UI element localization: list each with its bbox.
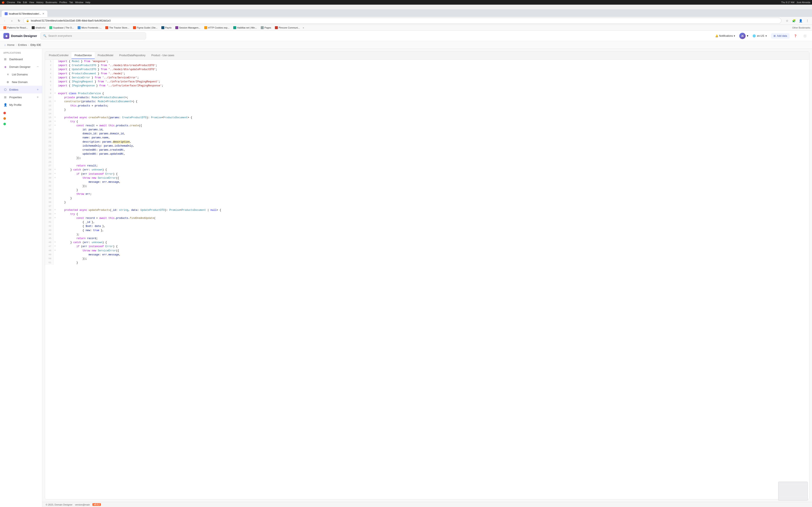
add-entity-button[interactable]: +	[37, 88, 39, 92]
entities-icon: ⬡	[3, 88, 7, 92]
tab-title: localhost:5173/entities/coder/...	[9, 12, 41, 15]
sidebar-item-domain-designer[interactable]: ◈ Domain Designer −	[0, 63, 42, 70]
breadcrumb-home[interactable]: Home	[7, 43, 14, 47]
browser-nav: ‹ › ↻ 🔒 localhost:5173/entities/coder/b1…	[0, 17, 812, 25]
bookmark-item[interactable]: Session Managem...	[173, 26, 202, 30]
bookmark-item[interactable]: Payrix	[160, 26, 173, 30]
home-icon: ⌂	[4, 43, 6, 47]
bookmark-item[interactable]: Figma Guide | Die...	[131, 26, 159, 30]
menu-tab[interactable]: Tab	[69, 1, 73, 4]
sidebar-item-label: My Profile	[9, 103, 21, 107]
code-line: 47+ if (err instanceof Error) {	[45, 245, 809, 249]
bookmark-star-button[interactable]: ☆	[784, 18, 790, 24]
user-menu[interactable]: JE ▾	[739, 33, 748, 39]
editor-tab-product-service[interactable]: ProductService	[71, 52, 95, 59]
address-bar[interactable]: 🔒 localhost:5173/entities/coder/b1bc02a6…	[23, 18, 781, 24]
breadcrumb-entities[interactable]: Entities	[18, 43, 27, 47]
editor-wrapper: ProductController ProductService Product…	[45, 51, 809, 499]
code-line: 20 name: params.name,	[45, 136, 809, 140]
forward-button[interactable]: ›	[9, 18, 15, 24]
bookmark-item[interactable]: Patterns for React...	[2, 26, 30, 30]
logout-button[interactable]: ⬚	[801, 33, 809, 39]
menu-bookmarks[interactable]: Bookmarks	[46, 1, 57, 4]
color-orange-item[interactable]	[0, 116, 42, 121]
editor-tab-product-model[interactable]: ProductModel	[95, 52, 116, 59]
sidebar-item-label: List Domains	[12, 73, 28, 76]
bookmark-item[interactable]: Supabase | The O...	[48, 26, 75, 30]
add-data-label: Add data	[777, 35, 787, 38]
menu-window[interactable]: Window	[75, 1, 83, 4]
dashboard-icon: ⊞	[3, 57, 7, 61]
code-line: 28+ } catch (err: unknown) {	[45, 168, 809, 172]
editor-tab-product-use-cases[interactable]: Product - Use cases	[148, 52, 177, 59]
menu-file[interactable]: File	[17, 1, 21, 4]
code-line: 35 }	[45, 196, 809, 201]
minimap-content	[778, 482, 808, 500]
code-table: 1 import { Model } from 'mongoose'; 2 im…	[45, 60, 809, 265]
back-button[interactable]: ‹	[2, 18, 8, 24]
bookmark-item[interactable]: Habilitar.net | Min...	[232, 26, 259, 30]
app-logo: ◈ Domain Designer	[3, 33, 37, 39]
extensions-button[interactable]: 🧩	[791, 18, 797, 24]
code-line: 6 import { IPagingRequest } from '../inf…	[45, 80, 809, 84]
browser-tab-active[interactable]: localhost:5173/entities/coder/... ✕	[2, 11, 47, 17]
breadcrumb-current: Etity IDE	[31, 43, 41, 47]
sidebar-item-entities[interactable]: ⬡ Entities +	[0, 86, 42, 93]
bookmark-item[interactable]: HTTP Cookies exp...	[203, 26, 231, 30]
apple-menu[interactable]: 🍎	[2, 1, 5, 4]
bell-icon: 🔔	[715, 35, 718, 38]
color-dot-orange	[3, 117, 6, 120]
add-data-button[interactable]: ⊞ Add data	[771, 33, 790, 39]
translate-button[interactable]: 🌐 en-US ▾	[750, 33, 769, 39]
search-bar[interactable]: 🔍 Search everywhere	[40, 32, 146, 40]
menu-help[interactable]: Help	[86, 1, 90, 4]
menu-button[interactable]: ⋮	[804, 18, 810, 24]
sidebar-item-new-domain[interactable]: ⊕ New Domain	[0, 78, 42, 86]
sidebar-item-properties[interactable]: ⊞ Properties +	[0, 93, 42, 101]
other-bookmarks[interactable]: Other Bookmarks	[792, 26, 810, 29]
editor-tab-product-data-repository[interactable]: ProductDataRepository	[116, 52, 148, 59]
sidebar-item-label: Entities	[9, 88, 18, 91]
logo-icon: ◈	[3, 33, 9, 39]
minimap	[778, 482, 808, 501]
color-green-item[interactable]	[0, 121, 42, 127]
sidebar-item-dashboard[interactable]: ⊞ Dashboard	[0, 55, 42, 63]
bookmark-item[interactable]: shadcn/ui	[30, 26, 47, 30]
collapse-icon[interactable]: −	[37, 65, 39, 69]
logout-icon: ⬚	[804, 35, 806, 38]
code-line: 17+ const result = await this.products.c…	[45, 124, 809, 128]
bookmark-item[interactable]: The Tractor Store...	[104, 26, 131, 30]
sidebar-item-my-profile[interactable]: 👤 My Profile	[0, 101, 42, 109]
bookmark-item[interactable]: Micro Frontends -...	[76, 26, 103, 30]
reload-button[interactable]: ↻	[16, 18, 22, 24]
menu-edit[interactable]: Edit	[23, 1, 27, 4]
sidebar-item-label: Properties	[9, 96, 22, 99]
more-bookmarks[interactable]: »	[303, 26, 304, 29]
system-time: Thu 9:17 AM	[781, 1, 794, 4]
bookmark-item[interactable]: Pimcore Communi...	[273, 26, 302, 30]
header-right: 🔔 Notifications ▾ JE ▾ 🌐 en-US ▾ ⊞	[713, 33, 809, 39]
add-property-button[interactable]: +	[37, 95, 39, 99]
menu-history[interactable]: History	[36, 1, 43, 4]
my-profile-icon: 👤	[3, 103, 7, 107]
profile-button[interactable]: 👤	[798, 18, 804, 24]
editor-tab-product-controller[interactable]: ProductController	[46, 52, 71, 59]
language-chevron: ▾	[765, 35, 767, 38]
code-line: 18 id: params.id,	[45, 128, 809, 132]
code-line: 16+ try {	[45, 120, 809, 124]
sidebar-item-list-domains[interactable]: ≡ List Domains	[0, 70, 42, 78]
notifications-button[interactable]: 🔔 Notifications ▾	[713, 33, 738, 39]
menu-view[interactable]: View	[29, 1, 34, 4]
editor-tabs: ProductController ProductService Product…	[45, 52, 809, 60]
color-dot-red	[3, 112, 6, 114]
lock-icon: 🔒	[26, 19, 29, 22]
bookmark-item[interactable]: Pages	[259, 26, 273, 30]
help-button[interactable]: ❓	[791, 33, 800, 39]
tab-close-button[interactable]: ✕	[42, 12, 44, 15]
color-red-item[interactable]	[0, 110, 42, 116]
search-placeholder: Search everywhere	[48, 34, 72, 38]
menu-profiles[interactable]: Profiles	[59, 1, 67, 4]
code-line: 30+ throw new ServiceError({	[45, 176, 809, 180]
code-editor[interactable]: 1 import { Model } from 'mongoose'; 2 im…	[45, 60, 809, 499]
code-line: 4 import { ProductsDocument } from '../m…	[45, 72, 809, 76]
